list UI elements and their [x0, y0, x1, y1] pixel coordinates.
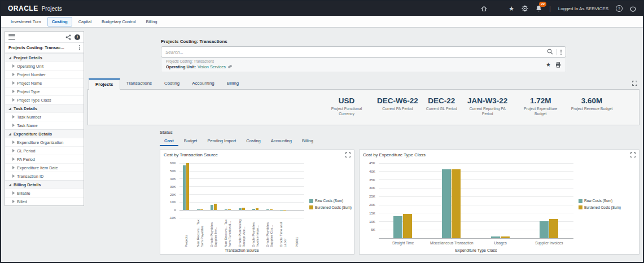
sidebar-item-expenditure-organization[interactable]: Expenditure Organization: [5, 138, 84, 146]
sidebar-item-billable[interactable]: Billable: [5, 189, 84, 197]
settings-gear-icon[interactable]: [522, 5, 528, 12]
bar-raw-costs-sum-oracle-payables-supplier-inv[interactable]: [211, 205, 213, 209]
expand-arrow-icon: [12, 73, 15, 76]
nav-tab-investment-turn[interactable]: Investment Turn: [7, 17, 45, 26]
bar-raw-costs-sum-oracle-payables-supplier-cos[interactable]: [266, 209, 269, 210]
tab-accounting[interactable]: Accounting: [186, 78, 221, 90]
bar-burdened-costs-sum-straight-time[interactable]: [403, 214, 412, 238]
bar-raw-costs-sum-oracle-payables-invoice-impo[interactable]: [252, 209, 255, 210]
legend-item: Raw Costs (Sum): [309, 199, 353, 203]
bar-raw-costs-sum-projects[interactable]: [183, 165, 186, 210]
bar-raw-costs-sum-usages[interactable]: [491, 236, 500, 238]
home-icon[interactable]: [481, 6, 487, 12]
bar-burdened-costs-sum-supplier-invoices[interactable]: [549, 219, 558, 238]
search-input[interactable]: Search...: [161, 46, 566, 58]
sidebar-item-operating-unit[interactable]: Operating Unit: [5, 62, 84, 70]
sign-out-power-icon[interactable]: [630, 6, 636, 12]
favorites-star-icon[interactable]: ★: [509, 6, 514, 12]
notifications-bell-icon[interactable]: 22: [536, 5, 542, 12]
chart-plot-area: 60K50K40K30K20K10K0-10KProjectsNon Recov…: [160, 160, 354, 254]
sidebar-item-expenditure-item-date[interactable]: Expenditure Item Date: [5, 163, 84, 172]
sidebar-item-gl-period[interactable]: GL Period: [5, 146, 84, 155]
expand-arrow-icon: [12, 124, 15, 127]
bar-burdened-costs-sum-projects[interactable]: [186, 163, 189, 210]
bar-burdened-costs-sum-oracle-time-and-labor[interactable]: [283, 210, 286, 211]
tab-transactions[interactable]: Transactions: [120, 78, 159, 90]
nav-tab-budgetary-control[interactable]: Budgetary Control: [98, 17, 139, 26]
sidebar-item-project-type-class[interactable]: Project Type Class: [5, 95, 84, 104]
sidebar-section-project-details[interactable]: Project Details: [5, 53, 84, 62]
legend-item: Burdened Costs (Sum): [309, 205, 353, 210]
sidebar-item-transaction-id[interactable]: Transaction ID: [5, 172, 84, 180]
clear-filter-icon[interactable]: [227, 64, 233, 70]
search-options-kebab-icon[interactable]: [560, 50, 562, 55]
bar-burdened-costs-sum-non-recove-tax-from-functional[interactable]: [228, 209, 231, 210]
sub-tab-accounting[interactable]: Accounting: [266, 137, 296, 146]
sidebar-item-project-number[interactable]: Project Number: [5, 70, 84, 78]
sub-tab-costing[interactable]: Costing: [242, 137, 265, 146]
sidebar-item-task-number[interactable]: Task Number: [5, 112, 84, 121]
legend-item: Raw Costs (Sum): [579, 199, 638, 203]
sub-tab-budget[interactable]: Budget: [179, 137, 202, 146]
info-icon[interactable]: i: [75, 34, 80, 40]
sidebar-item-label: GL Period: [17, 148, 36, 154]
sidebar-section-task-details[interactable]: Task Details: [5, 104, 84, 112]
y-axis-tick-label: 40K: [160, 177, 176, 181]
sidebar-item-pa-period[interactable]: PA Period: [5, 155, 84, 163]
bar-raw-costs-sum-supplier-invoices[interactable]: [540, 221, 549, 238]
sidebar-item-project-type[interactable]: Project Type: [5, 87, 84, 95]
bar-burdened-costs-sum-usages[interactable]: [501, 236, 510, 238]
expand-region-icon[interactable]: [632, 81, 637, 86]
bar-raw-costs-sum-straight-time[interactable]: [393, 216, 402, 238]
sidebar-section-expenditure-details[interactable]: Expenditure Details: [5, 129, 84, 138]
nav-tab-capital[interactable]: Capital: [75, 17, 95, 26]
chart-expand-icon[interactable]: [630, 150, 636, 160]
gridline: [179, 163, 304, 164]
gridline: [179, 194, 304, 195]
sidebar-menu-icon[interactable]: [8, 34, 15, 40]
bar-raw-costs-sum-non-recove-tax-from-payables[interactable]: [197, 209, 200, 210]
sidebar-item-billed[interactable]: Billed: [5, 197, 84, 205]
notification-badge: 22: [539, 2, 546, 7]
x-axis-title: Transaction Source: [179, 248, 304, 252]
y-axis-tick-label: 10K: [160, 200, 176, 204]
y-axis-tick-label: 10K: [360, 220, 375, 223]
printer-icon[interactable]: [555, 60, 561, 70]
navigator-menu-icon[interactable]: [494, 6, 501, 11]
tab-billing[interactable]: Billing: [221, 78, 245, 90]
sidebar-item-project-name[interactable]: Project Name: [5, 78, 84, 87]
kpi-label: Current GL Period: [426, 107, 457, 112]
share-icon[interactable]: [65, 32, 71, 42]
legend-swatch: [309, 205, 313, 209]
y-axis-tick-label: 40K: [360, 169, 375, 173]
filter-value[interactable]: Vision Services: [198, 64, 226, 69]
bar-raw-costs-sum-miscellaneous-transaction[interactable]: [442, 169, 451, 238]
bar-raw-costs-sum-oracle-purchasing-receipt-acc[interactable]: [239, 208, 242, 210]
bar-raw-costs-sum-oracle-time-and-labor[interactable]: [280, 210, 283, 211]
nav-tab-billing[interactable]: Billing: [142, 17, 161, 26]
expand-arrow-icon: [12, 81, 15, 85]
page-tabs-row: ProjectsTransactionsCostingAccountingBil…: [87, 78, 639, 90]
sidebar-section-billing-details[interactable]: Billing Details: [5, 180, 84, 189]
help-icon[interactable]: ?: [616, 5, 623, 12]
sidebar-kebab-icon[interactable]: [79, 45, 80, 50]
sidebar-item-task-name[interactable]: Task Name: [5, 121, 84, 129]
bar-burdened-costs-sum-miscellaneous-transaction[interactable]: [452, 169, 461, 238]
bar-raw-costs-sum-non-recove-tax-from-functional[interactable]: [225, 209, 227, 210]
bar-burdened-costs-sum-oracle-purchasing-receipt-acc[interactable]: [242, 208, 245, 210]
search-icon[interactable]: [547, 47, 553, 57]
chart-expand-icon[interactable]: [345, 150, 351, 160]
section-label: Project Details: [14, 55, 42, 60]
tab-costing[interactable]: Costing: [158, 78, 186, 90]
section-expanded-icon: [8, 56, 11, 59]
sub-tab-billing[interactable]: Billing: [297, 137, 318, 146]
bar-burdened-costs-sum-oracle-payables-supplier-inv[interactable]: [214, 204, 217, 209]
favorite-search-star-icon[interactable]: ★: [546, 62, 551, 68]
sub-tab-pending-import[interactable]: Pending Import: [203, 137, 240, 146]
sub-tab-cost[interactable]: Cost: [160, 137, 178, 146]
bar-burdened-costs-sum-oracle-payables-invoice-impo[interactable]: [256, 208, 259, 209]
bar-burdened-costs-sum-non-recove-tax-from-payables[interactable]: [200, 209, 203, 210]
tab-projects[interactable]: Projects: [89, 78, 120, 90]
nav-tab-costing[interactable]: Costing: [47, 17, 72, 27]
bar-burdened-costs-sum-oracle-payables-supplier-cos[interactable]: [270, 209, 273, 210]
